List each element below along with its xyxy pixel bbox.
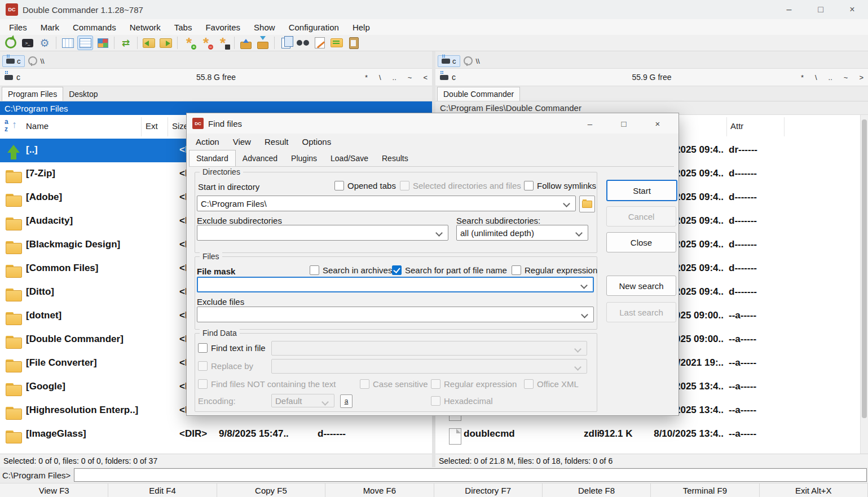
- checkbox-icon[interactable]: [400, 181, 409, 190]
- open-left-panel-icon[interactable]: [142, 36, 156, 50]
- find-regex-checkbox[interactable]: Regular expression: [431, 379, 517, 389]
- search-part-name-checkbox[interactable]: Search for part of file name: [392, 265, 507, 275]
- dialog-tab[interactable]: Standard: [189, 150, 236, 166]
- function-key-button[interactable]: Move F6: [325, 483, 434, 497]
- checkbox-icon[interactable]: [334, 181, 344, 190]
- file-mask-combo[interactable]: [197, 277, 594, 292]
- thumbnails-view-icon[interactable]: [95, 36, 110, 50]
- not-containing-checkbox[interactable]: Find files NOT containing the text: [198, 379, 336, 389]
- menu-item[interactable]: Files: [2, 23, 34, 32]
- nav-symbol-button[interactable]: \: [815, 73, 817, 82]
- dialog-maximize-button[interactable]: □: [611, 116, 637, 131]
- encoding-case-button[interactable]: a: [340, 394, 353, 408]
- dialog-menu-item[interactable]: Options: [295, 137, 338, 147]
- menu-item[interactable]: Network: [123, 23, 168, 32]
- add-favorite-icon[interactable]: *+: [182, 36, 196, 50]
- checkbox-icon[interactable]: [310, 265, 319, 275]
- compare-files-icon[interactable]: [279, 36, 293, 50]
- search-subdirectories-combo[interactable]: all (unlimited depth): [456, 225, 588, 241]
- menu-item[interactable]: Tabs: [168, 23, 199, 32]
- checkbox-icon[interactable]: [431, 379, 440, 389]
- checkbox-icon[interactable]: [512, 265, 521, 275]
- dialog-menu-item[interactable]: Result: [258, 137, 296, 147]
- dialog-menu-item[interactable]: View: [226, 137, 258, 147]
- exclude-subdirectories-combo[interactable]: [197, 225, 448, 241]
- replace-by-combo[interactable]: [271, 359, 587, 374]
- table-row[interactable]: [ImageGlass] <DIR> 9/8/2025 15:47.. d---…: [0, 423, 432, 446]
- encoding-combo[interactable]: Default: [271, 394, 334, 407]
- cancel-button[interactable]: Cancel: [606, 206, 676, 227]
- menu-item[interactable]: Favorites: [199, 23, 247, 32]
- remove-favorite-icon[interactable]: *−: [199, 36, 213, 50]
- function-key-button[interactable]: Terminal F9: [651, 483, 759, 497]
- options-gear-icon[interactable]: ⚙: [37, 36, 52, 50]
- terminal-icon[interactable]: >_: [20, 36, 35, 50]
- menu-item[interactable]: Show: [247, 23, 282, 32]
- folder-tab[interactable]: Program Files: [2, 87, 63, 101]
- find-text-checkbox[interactable]: Find text in file: [198, 343, 266, 353]
- browse-folder-button[interactable]: [579, 196, 595, 212]
- menu-item[interactable]: Configuration: [282, 23, 346, 32]
- new-search-button[interactable]: New search: [606, 276, 676, 296]
- dialog-tab[interactable]: Load/Save: [324, 150, 375, 166]
- nav-symbol-button[interactable]: ~: [408, 73, 412, 82]
- unc-button[interactable]: \\: [41, 57, 45, 65]
- function-key-button[interactable]: Delete F8: [543, 483, 651, 497]
- column-name[interactable]: Name: [26, 121, 49, 131]
- nav-symbol-button[interactable]: ..: [393, 73, 396, 82]
- nav-symbol-button[interactable]: ..: [829, 73, 832, 82]
- function-key-button[interactable]: Edit F4: [108, 483, 217, 497]
- checkbox-icon[interactable]: [198, 361, 208, 371]
- case-sensitive-checkbox[interactable]: Case sensitive: [360, 379, 428, 389]
- office-xml-checkbox[interactable]: Office XML: [524, 379, 579, 389]
- follow-symlinks-checkbox[interactable]: Follow symlinks: [524, 181, 596, 190]
- replace-by-checkbox[interactable]: Replace by: [198, 361, 253, 371]
- selected-dirs-checkbox[interactable]: Selected directories and files: [400, 181, 521, 190]
- minimize-button[interactable]: –: [773, 0, 805, 19]
- scrollbar-thumb[interactable]: [862, 119, 867, 418]
- checkbox-icon[interactable]: [524, 181, 534, 190]
- close-dialog-button[interactable]: Close: [606, 232, 676, 252]
- nav-symbol-button[interactable]: <: [423, 73, 428, 82]
- favorites-menu-icon[interactable]: *: [215, 36, 230, 50]
- checkbox-icon[interactable]: [392, 265, 402, 275]
- function-key-button[interactable]: View F3: [0, 483, 108, 497]
- unpack-icon[interactable]: [255, 36, 270, 50]
- exclude-files-combo[interactable]: [197, 307, 594, 322]
- swap-panels-icon[interactable]: ⇄: [118, 36, 133, 50]
- network-icon[interactable]: [28, 56, 37, 65]
- regular-expression-checkbox[interactable]: Regular expression: [512, 265, 597, 275]
- sync-dirs-icon[interactable]: [329, 36, 344, 50]
- close-button[interactable]: ×: [836, 0, 868, 19]
- multi-rename-icon[interactable]: [312, 36, 327, 50]
- open-right-panel-icon[interactable]: [158, 36, 173, 50]
- nav-symbol-button[interactable]: *: [801, 73, 804, 82]
- checkbox-icon[interactable]: [198, 379, 208, 389]
- hexadecimal-checkbox[interactable]: Hexadecimal: [431, 396, 493, 406]
- column-ext[interactable]: Ext: [146, 121, 158, 131]
- nav-symbol-button[interactable]: *: [365, 73, 368, 82]
- dialog-tab[interactable]: Advanced: [236, 150, 284, 166]
- start-button[interactable]: Start: [606, 180, 677, 201]
- brief-view-icon[interactable]: [60, 36, 75, 50]
- find-text-combo[interactable]: [271, 341, 587, 356]
- search-in-archives-checkbox[interactable]: Search in archives: [310, 265, 392, 275]
- dialog-tab[interactable]: Results: [375, 150, 415, 166]
- function-key-button[interactable]: Directory F7: [434, 483, 543, 497]
- checkbox-icon[interactable]: [198, 343, 208, 353]
- pack-icon[interactable]: [239, 36, 253, 50]
- dialog-tab[interactable]: Plugins: [284, 150, 324, 166]
- maximize-button[interactable]: □: [805, 0, 836, 19]
- start-directory-combo[interactable]: C:\Program Files\: [197, 196, 576, 211]
- checkbox-icon[interactable]: [431, 396, 440, 406]
- nav-symbol-button[interactable]: ~: [844, 73, 848, 82]
- command-input[interactable]: [74, 468, 867, 482]
- copy-clipboard-icon[interactable]: [346, 36, 361, 50]
- function-key-button[interactable]: Copy F5: [217, 483, 325, 497]
- menu-item[interactable]: Help: [346, 23, 377, 32]
- dialog-menu-item[interactable]: Action: [189, 137, 226, 147]
- column-attr[interactable]: Attr: [730, 121, 743, 131]
- dialog-close-button[interactable]: ×: [645, 116, 671, 131]
- folder-tab[interactable]: Double Commander: [437, 87, 520, 101]
- full-view-icon[interactable]: [77, 36, 93, 50]
